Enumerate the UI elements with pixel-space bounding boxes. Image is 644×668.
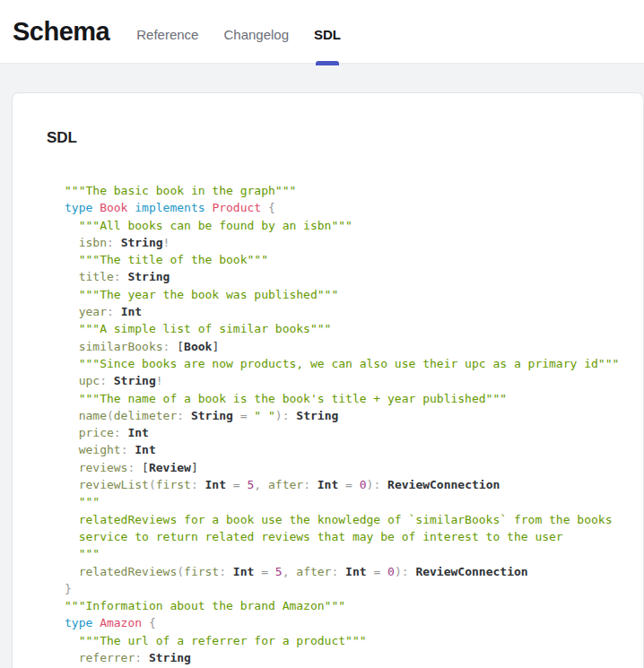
page-header: Schema Reference Changelog SDL — [0, 0, 644, 63]
code-line: """Since books are now products, we can … — [65, 355, 622, 372]
code-line: relatedReviews(first: Int = 5, after: In… — [65, 563, 622, 580]
sdl-code-block[interactable]: """The basic book in the graph"""type Bo… — [65, 182, 622, 668]
code-line: relatedReviews for a book use the knowle… — [65, 511, 622, 528]
code-line: """The basic book in the graph""" — [65, 182, 622, 199]
tab-sdl[interactable]: SDL — [314, 3, 341, 65]
code-line: isbn: String! — [65, 234, 622, 251]
code-line: """ — [65, 493, 622, 510]
code-line: similarBooks: [Book] — [65, 338, 622, 355]
code-line: service to return related reviews that m… — [65, 528, 622, 545]
code-line: type Amazon { — [65, 614, 622, 631]
code-line: upc: String! — [65, 372, 622, 389]
code-line: type Book implements Product { — [65, 199, 622, 216]
code-line: """All books can be found by an isbn""" — [65, 217, 622, 234]
sdl-heading: SDL — [47, 129, 622, 147]
tab-changelog[interactable]: Changelog — [223, 3, 289, 65]
tab-bar: Reference Changelog SDL — [136, 3, 366, 65]
code-line: } — [65, 580, 622, 597]
tab-sdl-label: SDL — [314, 27, 341, 42]
code-line: weight: Int — [65, 441, 622, 458]
code-line: reviewList(first: Int = 5, after: Int = … — [65, 476, 622, 493]
content-area: SDL """The basic book in the graph"""typ… — [0, 63, 644, 668]
tab-reference[interactable]: Reference — [136, 3, 198, 65]
code-line: reviews: [Review] — [65, 459, 622, 476]
active-tab-indicator — [316, 61, 339, 65]
code-line: """Information about the brand Amazon""" — [65, 597, 622, 614]
page-title: Schema — [13, 17, 109, 47]
schema-page: { "header": { "title": "Schema", "tabs":… — [0, 0, 644, 668]
code-line: """The url of a referrer for a product""… — [65, 632, 622, 649]
code-line: referrer: String — [65, 649, 622, 666]
code-line: price: Int — [65, 424, 622, 441]
sdl-card: SDL """The basic book in the graph"""typ… — [12, 92, 644, 668]
code-line: name(delimeter: String = " "): String — [65, 407, 622, 424]
code-line: title: String — [65, 268, 622, 285]
code-line: """The title of the book""" — [65, 251, 622, 268]
code-line: """The name of a book is the book's titl… — [65, 390, 622, 407]
code-line: """A simple list of similar books""" — [65, 320, 622, 337]
code-line: year: Int — [65, 303, 622, 320]
code-line: """ — [65, 545, 622, 562]
code-line: """The year the book was published""" — [65, 286, 622, 303]
